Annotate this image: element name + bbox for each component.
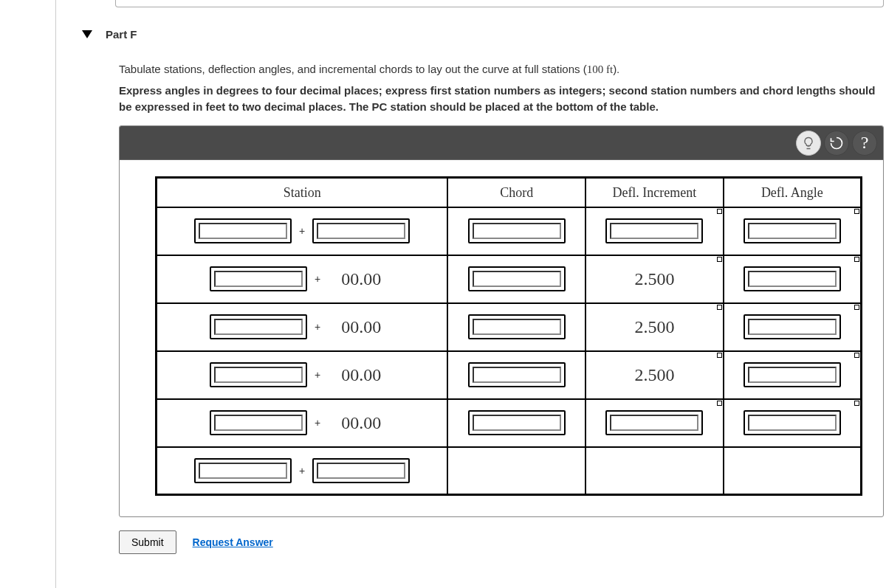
prev-section-footer — [115, 0, 884, 7]
increment-value: 2.500 — [621, 317, 687, 337]
station-b-value: 00.00 — [328, 269, 394, 289]
chord-cell — [447, 351, 585, 399]
angle-cell — [724, 303, 862, 351]
increment-value: 2.500 — [621, 269, 687, 289]
plus-sign: + — [312, 417, 323, 429]
increment-input[interactable] — [610, 223, 698, 239]
station-a-input[interactable] — [199, 463, 287, 479]
station-b-input[interactable] — [317, 223, 405, 239]
table-row: +00.002.500 — [157, 351, 862, 399]
station-cell: + — [157, 207, 448, 255]
chord-input[interactable] — [473, 271, 561, 287]
header-angle: Defl. Angle — [724, 178, 862, 207]
station-a-input[interactable] — [214, 271, 303, 287]
help-icon[interactable]: ? — [852, 131, 877, 156]
plus-sign: + — [312, 369, 323, 381]
answer-area: ? Station Chord Defl. Increment Defl. An… — [119, 125, 884, 517]
table-row: +00.00 — [157, 399, 862, 447]
collapse-toggle-icon[interactable] — [82, 30, 92, 38]
table-row: + — [157, 447, 862, 495]
increment-cell: 2.500 — [585, 351, 724, 399]
header-chord: Chord — [447, 178, 585, 207]
station-a-input[interactable] — [214, 367, 303, 383]
angle-cell — [724, 351, 862, 399]
chord-cell — [447, 303, 585, 351]
angle-input[interactable] — [748, 271, 837, 287]
angle-input[interactable] — [748, 415, 837, 431]
instructions: Tabulate stations, deflection angles, an… — [119, 61, 882, 114]
table-row: +00.002.500 — [157, 303, 862, 351]
chord-cell — [447, 399, 585, 447]
station-a-input[interactable] — [214, 415, 303, 431]
chord-input[interactable] — [473, 367, 561, 383]
increment-cell — [585, 207, 724, 255]
increment-cell — [585, 447, 724, 495]
station-cell: +00.00 — [157, 399, 448, 447]
angle-cell — [724, 207, 862, 255]
angle-input[interactable] — [748, 223, 837, 239]
instruction-line-2: Express angles in degrees to four decima… — [119, 83, 882, 115]
increment-cell: 2.500 — [585, 255, 724, 303]
station-a-input[interactable] — [199, 223, 287, 239]
instruction-line-1b: ). — [613, 63, 619, 75]
answer-table: Station Chord Defl. Increment Defl. Angl… — [155, 176, 862, 496]
request-answer-link[interactable]: Request Answer — [193, 536, 273, 548]
chord-input[interactable] — [473, 223, 561, 239]
station-cell: +00.00 — [157, 303, 448, 351]
header-station: Station — [157, 178, 448, 207]
angle-input[interactable] — [748, 319, 837, 335]
submit-button[interactable]: Submit — [119, 530, 176, 554]
table-row: + — [157, 207, 862, 255]
station-a-input[interactable] — [214, 319, 303, 335]
increment-input[interactable] — [610, 415, 698, 431]
station-cell: +00.00 — [157, 255, 448, 303]
increment-cell — [585, 399, 724, 447]
angle-cell — [724, 255, 862, 303]
chord-cell — [447, 447, 585, 495]
station-cell: +00.00 — [157, 351, 448, 399]
plus-sign: + — [296, 465, 308, 477]
instruction-unit: 100 ft — [587, 63, 613, 75]
toolbar: ? — [120, 126, 883, 160]
angle-cell — [724, 447, 862, 495]
chord-input[interactable] — [473, 415, 561, 431]
plus-sign: + — [312, 273, 323, 285]
part-title: Part F — [106, 28, 137, 41]
chord-cell — [447, 255, 585, 303]
plus-sign: + — [296, 225, 308, 237]
station-b-value: 00.00 — [328, 413, 394, 433]
instruction-line-1a: Tabulate stations, deflection angles, an… — [119, 63, 587, 75]
plus-sign: + — [312, 321, 323, 333]
station-b-value: 00.00 — [328, 365, 394, 385]
chord-cell — [447, 207, 585, 255]
increment-value: 2.500 — [621, 365, 687, 385]
increment-cell: 2.500 — [585, 303, 724, 351]
reset-icon[interactable] — [824, 131, 849, 156]
station-b-input[interactable] — [317, 463, 405, 479]
station-b-value: 00.00 — [328, 317, 394, 337]
station-cell: + — [157, 447, 448, 495]
chord-input[interactable] — [473, 319, 561, 335]
angle-input[interactable] — [748, 367, 837, 383]
hint-bulb-icon[interactable] — [796, 131, 821, 156]
table-row: +00.002.500 — [157, 255, 862, 303]
header-increment: Defl. Increment — [585, 178, 724, 207]
angle-cell — [724, 399, 862, 447]
